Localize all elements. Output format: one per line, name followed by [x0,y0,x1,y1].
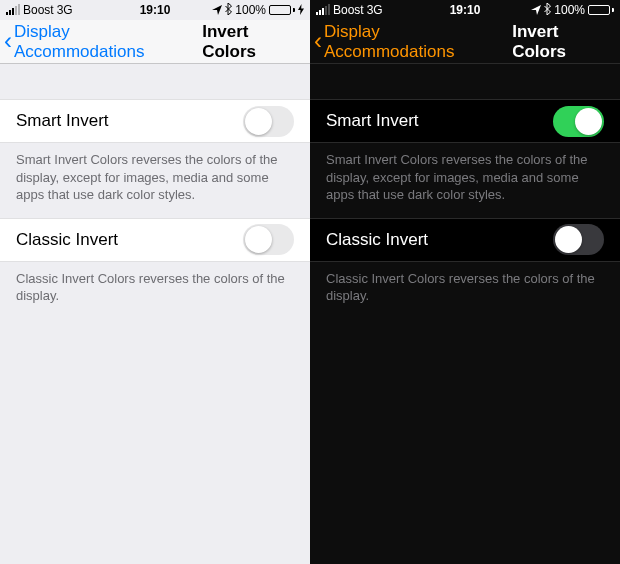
signal-icon [316,5,330,15]
page-title: Invert Colors [202,22,304,62]
row-classic-invert[interactable]: Classic Invert [0,218,310,262]
network-label: 3G [367,3,383,17]
location-icon [531,5,541,15]
battery-pct: 100% [235,3,266,17]
classic-invert-label: Classic Invert [16,230,243,250]
smart-invert-label: Smart Invert [326,111,553,131]
carrier-label: Boost [23,3,54,17]
chevron-left-icon: ‹ [4,29,12,53]
carrier-label: Boost [333,3,364,17]
back-button[interactable]: ‹ Display Accommodations [314,22,508,62]
battery-icon [269,5,295,15]
smart-invert-footer: Smart Invert Colors reverses the colors … [310,143,620,218]
classic-invert-footer: Classic Invert Colors reverses the color… [310,262,620,319]
smart-invert-footer: Smart Invert Colors reverses the colors … [0,143,310,218]
status-time: 19:10 [140,3,171,17]
page-title: Invert Colors [512,22,614,62]
battery-icon [588,5,614,15]
back-label: Display Accommodations [14,22,198,62]
classic-invert-toggle[interactable] [243,224,294,255]
battery-pct: 100% [554,3,585,17]
bluetooth-icon [225,3,232,18]
classic-invert-label: Classic Invert [326,230,553,250]
nav-bar: ‹ Display Accommodations Invert Colors [310,20,620,64]
status-time: 19:10 [450,3,481,17]
bluetooth-icon [544,3,551,18]
row-smart-invert[interactable]: Smart Invert [310,99,620,143]
smart-invert-toggle[interactable] [243,106,294,137]
chevron-left-icon: ‹ [314,29,322,53]
signal-icon [6,5,20,15]
status-bar: Boost 3G 19:10 100% [310,0,620,20]
phone-light: Boost 3G 19:10 100% ‹ Display Accommodat… [0,0,310,564]
back-label: Display Accommodations [324,22,508,62]
location-icon [212,5,222,15]
nav-bar: ‹ Display Accommodations Invert Colors [0,20,310,64]
section-spacer [0,64,310,99]
row-classic-invert[interactable]: Classic Invert [310,218,620,262]
phone-dark: Boost 3G 19:10 100% ‹ Display Accommodat… [310,0,620,564]
row-smart-invert[interactable]: Smart Invert [0,99,310,143]
section-spacer [310,64,620,99]
network-label: 3G [57,3,73,17]
classic-invert-footer: Classic Invert Colors reverses the color… [0,262,310,319]
status-bar: Boost 3G 19:10 100% [0,0,310,20]
back-button[interactable]: ‹ Display Accommodations [4,22,198,62]
classic-invert-toggle[interactable] [553,224,604,255]
smart-invert-label: Smart Invert [16,111,243,131]
charging-icon [298,4,304,17]
smart-invert-toggle[interactable] [553,106,604,137]
